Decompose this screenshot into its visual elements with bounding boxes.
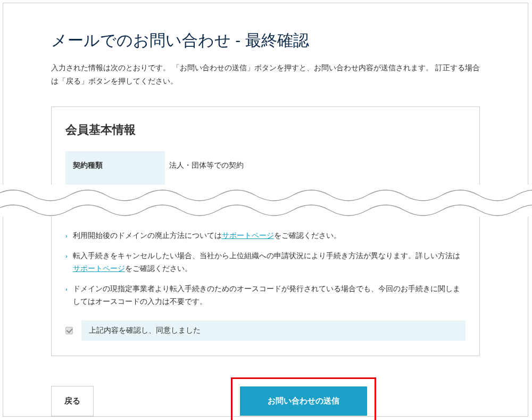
chevron-icon: › (65, 251, 68, 261)
notes-list: › 利用開始後のドメインの廃止方法についてはサポートページをご確認ください。 ›… (65, 229, 466, 308)
note-item: › 利用開始後のドメインの廃止方法についてはサポートページをご確認ください。 (65, 229, 466, 242)
agree-text: 上記内容を確認し、同意しました (81, 320, 466, 341)
button-row: 戻る お問い合わせの送信 (51, 377, 480, 420)
note-item: › ドメインの現指定事業者より転入手続きのためのオースコードが発行されている場合… (65, 283, 466, 308)
chevron-icon: › (65, 231, 68, 241)
agree-checkbox[interactable] (65, 327, 73, 334)
agree-row: 上記内容を確認し、同意しました (65, 320, 466, 341)
note-text: をご確認ください。 (274, 231, 341, 240)
note-text: 転入手続きをキャンセルしたい場合、当社から上位組織への申請状況により手続き方法が… (73, 251, 460, 260)
kv-value-contract-type: 法人・団体等での契約 (165, 151, 251, 180)
card-member-info: 会員基本情報 契約種類 法人・団体等での契約 会 › 利用開始後のドメインの廃止… (51, 106, 480, 356)
kv-row-contract-type: 契約種類 法人・団体等での契約 (65, 151, 466, 180)
page-title: メールでのお問い合わせ - 最終確認 (51, 30, 480, 52)
tear-separator (0, 185, 532, 217)
note-text: をご確認ください。 (125, 264, 192, 273)
support-page-link[interactable]: サポートページ (73, 264, 125, 273)
submit-highlight-box: お問い合わせの送信 (231, 377, 376, 420)
note-item: › 転入手続きをキャンセルしたい場合、当社から上位組織への申請状況により手続き方… (65, 250, 466, 275)
kv-label-contract-type: 契約種類 (65, 151, 165, 180)
section-title-member: 会員基本情報 (65, 122, 466, 138)
support-page-link[interactable]: サポートページ (222, 231, 274, 240)
submit-button[interactable]: お問い合わせの送信 (240, 386, 367, 416)
intro-text: 入力された情報は次のとおりです。 「お問い合わせの送信」ボタンを押すと、お問い合… (51, 61, 480, 88)
chevron-icon: › (65, 284, 68, 294)
note-text: ドメインの現指定事業者より転入手続きのためのオースコードが発行されている場合でも… (73, 283, 466, 308)
note-text: 利用開始後のドメインの廃止方法については (73, 231, 222, 240)
back-button[interactable]: 戻る (51, 386, 94, 416)
